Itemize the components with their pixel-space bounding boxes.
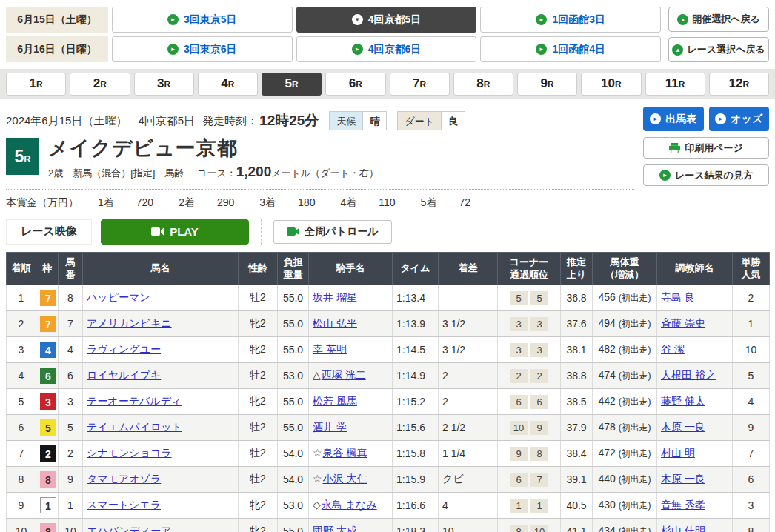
race-tab-6r[interactable]: 6R xyxy=(325,73,385,96)
jockey-name-link[interactable]: 幸 英明 xyxy=(313,343,347,355)
jockey-name-link[interactable]: 松若 風馬 xyxy=(313,395,357,407)
jockey-name-link[interactable]: 西塚 洸二 xyxy=(322,369,366,381)
table-row: 277アメリカンビキニ牝255.0松山 弘平1:13.93 1/23337.64… xyxy=(7,311,770,337)
race-tab-12r[interactable]: 12R xyxy=(709,73,769,96)
how-to-read-button[interactable]: ▸ レース結果の見方 xyxy=(643,164,769,186)
dashed-divider xyxy=(261,219,262,245)
race-tab-7r[interactable]: 7R xyxy=(390,73,450,96)
jockey-name-link[interactable]: 泉谷 楓真 xyxy=(323,447,367,459)
corner-position: 3 xyxy=(510,317,528,331)
body-weight-cell: 494 (初出走) xyxy=(593,311,657,337)
jockey-name-link[interactable]: 松山 弘平 xyxy=(313,317,357,329)
jockey-name-link[interactable]: 坂井 瑠星 xyxy=(313,291,357,303)
rank-cell: 10 xyxy=(7,519,36,532)
body-weight-cell: 456 (初出走) xyxy=(593,285,657,311)
margin-cell xyxy=(439,285,498,311)
horse-name-link[interactable]: テーオーテバルディ xyxy=(87,395,182,407)
apprentice-mark: ◇ xyxy=(313,499,321,511)
column-header: 単勝 人気 xyxy=(733,252,770,285)
win-favorite-cell: 3 xyxy=(733,493,770,519)
carried-weight-cell: 55.0 xyxy=(278,285,309,311)
print-page-button[interactable]: 印刷用ページ xyxy=(643,137,769,159)
horse-name-link[interactable]: タマモアオゾラ xyxy=(87,473,161,485)
last3f-cell: 37.9 xyxy=(561,415,593,441)
race-tab-4r[interactable]: 4R xyxy=(198,73,258,96)
trainer-name-link[interactable]: 寺島 良 xyxy=(661,291,695,303)
trainer-name-link[interactable]: 大根田 裕之 xyxy=(661,369,716,381)
last3f-cell: 38.1 xyxy=(561,337,593,363)
horse-name-link[interactable]: シナモンショコラ xyxy=(87,447,172,459)
jockey-cell: 幸 英明 xyxy=(309,337,393,363)
race-tab-2r[interactable]: 2R xyxy=(70,73,130,96)
race-tab-suffix: R xyxy=(420,79,427,90)
column-header: 馬名 xyxy=(83,252,239,285)
play-button[interactable]: PLAY xyxy=(101,219,249,245)
venue-button-hakodate4[interactable]: ▸ 1回函館4日 xyxy=(480,36,661,62)
horse-name-link[interactable]: スマートシエラ xyxy=(87,499,161,511)
trainer-name-link[interactable]: 村山 明 xyxy=(661,447,695,459)
corner-position: 8 xyxy=(510,525,528,532)
race-tab-9r[interactable]: 9R xyxy=(517,73,577,96)
trainer-name-link[interactable]: 木原 一良 xyxy=(661,421,705,433)
trainer-name-link[interactable]: 藤野 健太 xyxy=(661,395,705,407)
race-tab-11r[interactable]: 11R xyxy=(645,73,705,96)
start-time-label: 発走時刻： xyxy=(202,114,258,128)
jockey-name-link[interactable]: 小沢 大仁 xyxy=(323,473,367,485)
odds-button[interactable]: ▸ オッズ xyxy=(709,107,770,131)
horse-name-link[interactable]: エハバンディーア xyxy=(87,525,171,532)
jockey-name-link[interactable]: 永島 まなみ xyxy=(322,499,377,511)
margin-cell: 2 xyxy=(439,363,498,389)
venue-button-kyoto5-selected[interactable]: ▾ 4回京都5日 xyxy=(296,7,477,33)
body-weight-cell: 440 (初出走) xyxy=(593,467,657,493)
race-title: メイクデビュー京都 xyxy=(48,138,379,160)
trainer-name-link[interactable]: 音無 秀孝 xyxy=(661,499,705,511)
patrol-video-button[interactable]: 全周パトロール xyxy=(273,220,392,244)
date-label-saturday: 6月15日（土曜） xyxy=(6,7,108,33)
body-weight-cell: 472 (初出走) xyxy=(593,441,657,467)
corner-position: 1 xyxy=(530,499,548,513)
horse-name-link[interactable]: ハッピーマン xyxy=(87,291,150,303)
horse-name-link[interactable]: テイエムパイロット xyxy=(87,421,182,433)
column-header: 推定 上り xyxy=(561,252,593,285)
race-tab-suffix: R xyxy=(36,79,43,90)
jockey-name-link[interactable]: 団野 大成 xyxy=(313,525,357,532)
horse-name-link[interactable]: ラヴィングユー xyxy=(87,343,161,355)
jockey-cell: 酒井 学 xyxy=(309,415,393,441)
results-table: 着順枠馬 番馬名性齢負担 重量騎手名タイム着差コーナー 通過順位推定 上り馬体重… xyxy=(6,252,770,532)
time-cell: 1:15.6 xyxy=(393,415,439,441)
back-to-race-button[interactable]: ▴ レース選択へ戻る xyxy=(668,37,769,62)
sex-age-cell: 牡2 xyxy=(239,285,278,311)
trainer-name-link[interactable]: 木原 一良 xyxy=(661,473,705,485)
race-tab-1r[interactable]: 1R xyxy=(6,73,66,96)
horse-name-link[interactable]: アメリカンビキニ xyxy=(87,317,172,329)
venue-button-kyoto6[interactable]: ▸ 4回京都6日 xyxy=(296,36,477,62)
race-tabs: 1R2R3R4R5R6R7R8R9R10R11R12R xyxy=(0,69,775,99)
race-tab-5r[interactable]: 5R xyxy=(262,73,322,96)
race-tab-8r[interactable]: 8R xyxy=(453,73,513,96)
entry-table-button[interactable]: ▸ 出馬表 xyxy=(643,107,704,131)
race-tab-3r[interactable]: 3R xyxy=(134,73,194,96)
trainer-name-link[interactable]: 斉藤 崇史 xyxy=(661,317,705,329)
carried-weight-cell: 54.0 xyxy=(278,441,309,467)
trainer-cell: 杉山 佳明 xyxy=(657,519,733,532)
trainer-name-link[interactable]: 谷 潔 xyxy=(661,343,685,355)
venue-button-tokyo6[interactable]: ▸ 3回東京6日 xyxy=(112,36,293,62)
back-to-kaisai-button[interactable]: ▴ 開催選択へ戻る xyxy=(668,7,769,32)
trainer-name-link[interactable]: 杉山 佳明 xyxy=(661,525,705,532)
printer-icon xyxy=(669,143,680,153)
venue-button-hakodate3[interactable]: ▸ 1回函館3日 xyxy=(480,7,661,33)
race-conditions: 2歳 新馬（混合）[指定] 馬齢 xyxy=(48,167,184,179)
horse-name-cell: エハバンディーア xyxy=(83,519,239,532)
course-label: コース： xyxy=(197,167,236,179)
venue-button-tokyo5[interactable]: ▸ 3回東京5日 xyxy=(112,7,293,33)
patrol-video-label: 全周パトロール xyxy=(305,225,378,239)
rank-cell: 3 xyxy=(7,337,36,363)
jockey-name-link[interactable]: 酒井 学 xyxy=(313,421,347,433)
sex-age-cell: 牡2 xyxy=(239,467,278,493)
time-cell: 1:15.9 xyxy=(393,467,439,493)
race-tab-10r[interactable]: 10R xyxy=(581,73,641,96)
frame-number-badge: 8 xyxy=(40,523,56,532)
table-row: 889タマモアオゾラ牡254.0☆小沢 大仁1:15.9クビ6739.1440 … xyxy=(7,467,770,493)
corner-position: 9 xyxy=(510,447,528,461)
horse-name-link[interactable]: ロイヤルイブキ xyxy=(87,369,161,381)
